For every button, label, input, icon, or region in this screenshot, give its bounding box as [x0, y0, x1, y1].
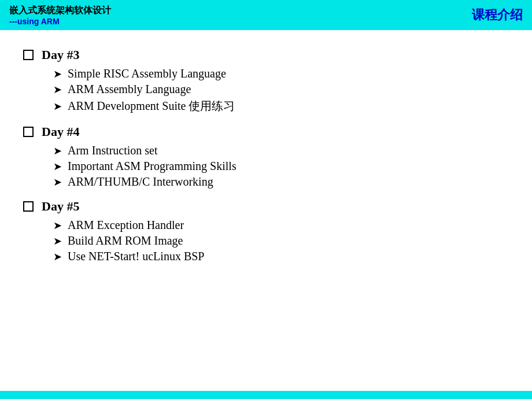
arrow-icon: ➤ [53, 160, 62, 173]
list-item-text: Build ARM ROM Image [68, 234, 183, 247]
day-title-4: Day #4 [23, 124, 509, 139]
list-item: ➤Simple RISC Assembly Language [53, 67, 509, 80]
list-item: ➤Use NET-Start! ucLinux BSP [53, 250, 509, 263]
arrow-icon: ➤ [53, 145, 62, 157]
list-item-text: ARM Exception Handler [68, 219, 184, 232]
list-item: ➤Arm Instruction set [53, 144, 509, 157]
day-section-3: Day #3➤Simple RISC Assembly Language➤ARM… [23, 47, 509, 114]
footer-bar [0, 391, 532, 399]
arrow-icon: ➤ [53, 219, 62, 232]
list-item-text: ARM/THUMB/C Interworking [68, 175, 213, 189]
list-item-text: ARM Assembly Language [68, 83, 191, 96]
list-item: ➤Build ARM ROM Image [53, 234, 509, 247]
arrow-icon: ➤ [53, 250, 62, 263]
checkbox-icon [23, 127, 34, 137]
sub-items-day-3: ➤Simple RISC Assembly Language➤ARM Assem… [53, 67, 509, 114]
arrow-icon: ➤ [53, 83, 62, 96]
day-label-4: Day #4 [42, 124, 79, 139]
day-title-5: Day #5 [23, 199, 509, 214]
list-item: ➤ARM/THUMB/C Interworking [53, 175, 509, 189]
list-item: ➤Important ASM Programming Skills [53, 160, 509, 173]
day-section-4: Day #4➤Arm Instruction set➤Important ASM… [23, 124, 509, 189]
arrow-icon: ➤ [53, 68, 62, 80]
list-item-text: Arm Instruction set [68, 144, 158, 157]
sub-items-day-4: ➤Arm Instruction set➤Important ASM Progr… [53, 144, 509, 189]
list-item: ➤ARM Development Suite 使用练习 [53, 98, 509, 114]
list-item-text: Important ASM Programming Skills [68, 160, 237, 173]
header-left: 嵌入式系统架构软体设计 ---using ARM [9, 5, 111, 26]
arrow-icon: ➤ [53, 176, 62, 189]
list-item: ➤ARM Assembly Language [53, 83, 509, 96]
header: 嵌入式系统架构软体设计 ---using ARM 课程介绍 [0, 0, 532, 30]
arrow-icon: ➤ [53, 235, 62, 247]
list-item: ➤ARM Exception Handler [53, 219, 509, 232]
arrow-icon: ➤ [53, 100, 62, 113]
checkbox-icon [23, 50, 34, 60]
day-title-3: Day #3 [23, 47, 509, 62]
main-content: Day #3➤Simple RISC Assembly Language➤ARM… [0, 30, 532, 285]
header-title-cn: 嵌入式系统架构软体设计 [9, 5, 111, 17]
day-label-3: Day #3 [42, 47, 79, 62]
header-subtitle: ---using ARM [9, 17, 111, 26]
header-course-label: 课程介绍 [472, 6, 523, 24]
sub-items-day-5: ➤ARM Exception Handler➤Build ARM ROM Ima… [53, 219, 509, 263]
day-label-5: Day #5 [42, 199, 79, 214]
day-section-5: Day #5➤ARM Exception Handler➤Build ARM R… [23, 199, 509, 263]
list-item-text: Use NET-Start! ucLinux BSP [68, 250, 204, 263]
checkbox-icon [23, 201, 34, 212]
list-item-text: ARM Development Suite 使用练习 [68, 98, 235, 114]
list-item-text: Simple RISC Assembly Language [68, 67, 226, 80]
